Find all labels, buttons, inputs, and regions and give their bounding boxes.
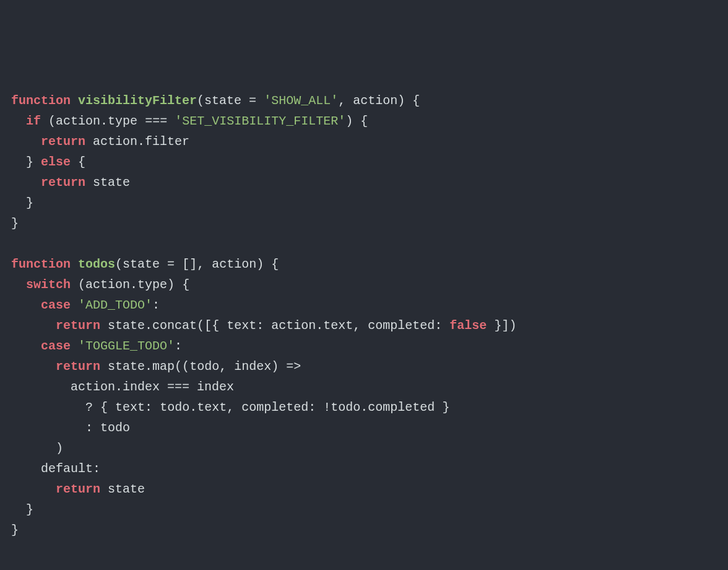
open-paren: (	[175, 359, 182, 374]
identifier: text	[323, 318, 353, 333]
colon: :	[435, 318, 442, 333]
close-paren: )	[256, 257, 264, 271]
identifier: completed	[241, 400, 308, 414]
boolean-false: false	[449, 318, 487, 333]
open-brace: {	[271, 257, 279, 271]
code-block: function visibilityFilter(state = 'SHOW_…	[11, 90, 717, 540]
identifier: state	[108, 318, 145, 333]
close-paren: )	[271, 359, 279, 374]
open-brace: {	[182, 278, 189, 292]
whitespace	[256, 94, 264, 108]
identifier: text	[227, 318, 256, 333]
indent	[11, 196, 26, 210]
whitespace	[41, 114, 48, 128]
close-brace: }	[26, 196, 33, 210]
empty-array: []	[182, 257, 197, 271]
open-brace: {	[100, 400, 108, 414]
indent	[11, 134, 41, 149]
indent	[11, 359, 56, 374]
equals: =	[249, 94, 256, 108]
keyword-switch: switch	[26, 278, 71, 292]
identifier: action	[56, 114, 100, 128]
whitespace	[442, 318, 449, 333]
indent	[11, 114, 26, 128]
indent	[11, 278, 26, 292]
string-add-todo: 'ADD_TODO'	[78, 298, 152, 312]
whitespace	[345, 94, 353, 108]
identifier: action	[271, 318, 316, 333]
whitespace	[71, 94, 78, 108]
arrow: =>	[286, 359, 301, 374]
colon: :	[256, 318, 264, 333]
indent	[11, 482, 56, 496]
dot: .	[145, 318, 152, 333]
whitespace	[360, 318, 368, 333]
open-brace: {	[212, 318, 219, 333]
keyword-return: return	[41, 175, 85, 190]
close-bracket: ]	[501, 318, 509, 333]
comma: ,	[227, 400, 234, 414]
open-brace: {	[412, 94, 420, 108]
close-brace: }	[11, 523, 19, 537]
dot: .	[130, 278, 137, 292]
whitespace	[33, 155, 41, 169]
indent	[11, 502, 26, 517]
identifier: state	[108, 482, 145, 496]
open-brace: {	[78, 155, 85, 169]
identifier: action	[71, 380, 115, 394]
whitespace	[264, 318, 271, 333]
colon: :	[308, 400, 316, 414]
identifier: text	[115, 400, 145, 414]
comma: ,	[197, 257, 204, 271]
keyword-return: return	[56, 359, 100, 374]
whitespace	[93, 421, 100, 435]
open-paren: (	[197, 318, 204, 333]
identifier: filter	[145, 134, 189, 149]
keyword-return: return	[56, 482, 100, 496]
keyword-if: if	[26, 114, 41, 128]
indent	[11, 298, 41, 312]
open-brace: {	[360, 114, 368, 128]
dot: .	[189, 400, 197, 414]
close-paren: )	[167, 278, 175, 292]
colon: :	[93, 462, 100, 476]
open-paren: (	[197, 94, 204, 108]
identifier: type	[108, 114, 137, 128]
param-state: state	[204, 94, 241, 108]
dot: .	[316, 318, 323, 333]
identifier: completed	[368, 400, 435, 414]
whitespace	[100, 359, 108, 374]
keyword-function: function	[11, 94, 71, 108]
function-name: visibilityFilter	[78, 94, 197, 108]
close-brace: }	[11, 216, 19, 230]
whitespace	[100, 482, 108, 496]
identifier: action	[85, 278, 130, 292]
whitespace	[160, 380, 167, 394]
whitespace	[189, 380, 197, 394]
close-paren: )	[509, 318, 516, 333]
whitespace	[234, 400, 241, 414]
identifier: map	[152, 359, 175, 374]
close-brace: }	[494, 318, 501, 333]
param-state: state	[123, 257, 160, 271]
whitespace	[175, 278, 182, 292]
open-paren: (	[115, 257, 123, 271]
dot: .	[137, 134, 145, 149]
keyword-else: else	[41, 155, 71, 169]
indent	[11, 155, 26, 169]
whitespace	[160, 257, 167, 271]
identifier: todo	[331, 400, 360, 414]
colon: :	[152, 298, 160, 312]
whitespace	[405, 94, 412, 108]
indent	[11, 441, 56, 455]
keyword-default: default	[41, 462, 93, 476]
triple-equals: ===	[167, 380, 189, 394]
question: ?	[85, 400, 93, 414]
whitespace	[204, 257, 212, 271]
comma: ,	[353, 318, 360, 333]
identifier: todo	[100, 421, 130, 435]
identifier: index	[234, 359, 271, 374]
equals: =	[167, 257, 175, 271]
identifier: state	[108, 359, 145, 374]
triple-equals: ===	[145, 114, 167, 128]
